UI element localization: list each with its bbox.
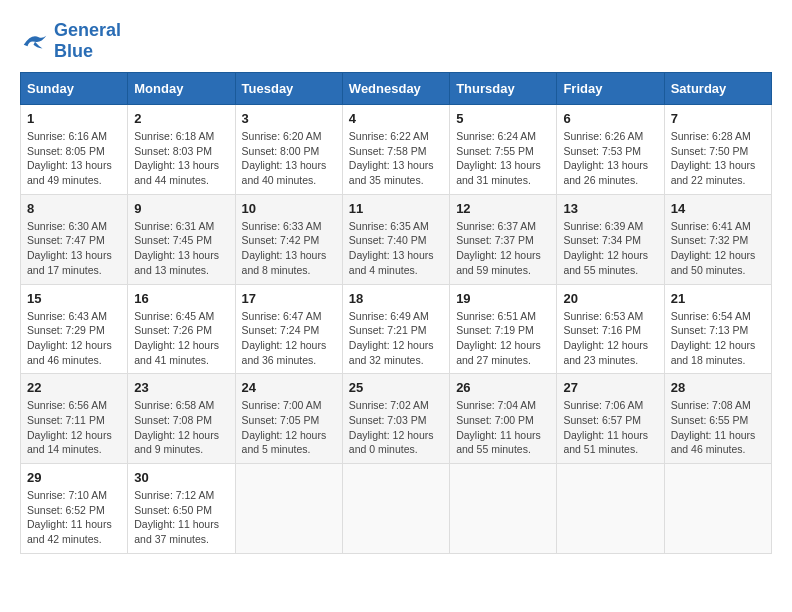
day-number: 12 xyxy=(456,201,550,216)
day-number: 15 xyxy=(27,291,121,306)
calendar-cell: 21Sunrise: 6:54 AMSunset: 7:13 PMDayligh… xyxy=(664,284,771,374)
logo-icon xyxy=(20,29,50,53)
calendar-cell: 2Sunrise: 6:18 AMSunset: 8:03 PMDaylight… xyxy=(128,105,235,195)
calendar-cell: 10Sunrise: 6:33 AMSunset: 7:42 PMDayligh… xyxy=(235,194,342,284)
calendar-cell: 26Sunrise: 7:04 AMSunset: 7:00 PMDayligh… xyxy=(450,374,557,464)
day-info: Sunrise: 6:16 AMSunset: 8:05 PMDaylight:… xyxy=(27,129,121,188)
day-number: 1 xyxy=(27,111,121,126)
day-info: Sunrise: 6:26 AMSunset: 7:53 PMDaylight:… xyxy=(563,129,657,188)
calendar-week-4: 22Sunrise: 6:56 AMSunset: 7:11 PMDayligh… xyxy=(21,374,772,464)
day-info: Sunrise: 6:31 AMSunset: 7:45 PMDaylight:… xyxy=(134,219,228,278)
day-number: 11 xyxy=(349,201,443,216)
day-number: 21 xyxy=(671,291,765,306)
day-number: 8 xyxy=(27,201,121,216)
day-info: Sunrise: 6:53 AMSunset: 7:16 PMDaylight:… xyxy=(563,309,657,368)
day-info: Sunrise: 6:51 AMSunset: 7:19 PMDaylight:… xyxy=(456,309,550,368)
day-info: Sunrise: 7:10 AMSunset: 6:52 PMDaylight:… xyxy=(27,488,121,547)
logo: GeneralBlue xyxy=(20,20,121,62)
day-number: 3 xyxy=(242,111,336,126)
calendar-cell xyxy=(664,464,771,554)
calendar-cell: 13Sunrise: 6:39 AMSunset: 7:34 PMDayligh… xyxy=(557,194,664,284)
day-number: 20 xyxy=(563,291,657,306)
calendar-cell: 25Sunrise: 7:02 AMSunset: 7:03 PMDayligh… xyxy=(342,374,449,464)
day-info: Sunrise: 6:20 AMSunset: 8:00 PMDaylight:… xyxy=(242,129,336,188)
day-number: 18 xyxy=(349,291,443,306)
day-number: 5 xyxy=(456,111,550,126)
day-number: 30 xyxy=(134,470,228,485)
calendar-cell: 1Sunrise: 6:16 AMSunset: 8:05 PMDaylight… xyxy=(21,105,128,195)
day-info: Sunrise: 7:02 AMSunset: 7:03 PMDaylight:… xyxy=(349,398,443,457)
day-number: 26 xyxy=(456,380,550,395)
day-info: Sunrise: 6:28 AMSunset: 7:50 PMDaylight:… xyxy=(671,129,765,188)
day-info: Sunrise: 7:12 AMSunset: 6:50 PMDaylight:… xyxy=(134,488,228,547)
day-number: 17 xyxy=(242,291,336,306)
col-header-wednesday: Wednesday xyxy=(342,73,449,105)
day-number: 7 xyxy=(671,111,765,126)
day-info: Sunrise: 7:00 AMSunset: 7:05 PMDaylight:… xyxy=(242,398,336,457)
calendar-cell: 22Sunrise: 6:56 AMSunset: 7:11 PMDayligh… xyxy=(21,374,128,464)
calendar-cell: 9Sunrise: 6:31 AMSunset: 7:45 PMDaylight… xyxy=(128,194,235,284)
day-info: Sunrise: 6:37 AMSunset: 7:37 PMDaylight:… xyxy=(456,219,550,278)
day-info: Sunrise: 6:41 AMSunset: 7:32 PMDaylight:… xyxy=(671,219,765,278)
day-number: 22 xyxy=(27,380,121,395)
calendar-week-1: 1Sunrise: 6:16 AMSunset: 8:05 PMDaylight… xyxy=(21,105,772,195)
calendar-cell: 18Sunrise: 6:49 AMSunset: 7:21 PMDayligh… xyxy=(342,284,449,374)
day-number: 27 xyxy=(563,380,657,395)
calendar-cell: 30Sunrise: 7:12 AMSunset: 6:50 PMDayligh… xyxy=(128,464,235,554)
calendar-cell: 7Sunrise: 6:28 AMSunset: 7:50 PMDaylight… xyxy=(664,105,771,195)
calendar-header-row: SundayMondayTuesdayWednesdayThursdayFrid… xyxy=(21,73,772,105)
calendar-cell: 14Sunrise: 6:41 AMSunset: 7:32 PMDayligh… xyxy=(664,194,771,284)
calendar-cell: 23Sunrise: 6:58 AMSunset: 7:08 PMDayligh… xyxy=(128,374,235,464)
calendar-cell: 3Sunrise: 6:20 AMSunset: 8:00 PMDaylight… xyxy=(235,105,342,195)
calendar-cell: 27Sunrise: 7:06 AMSunset: 6:57 PMDayligh… xyxy=(557,374,664,464)
calendar-cell xyxy=(557,464,664,554)
day-info: Sunrise: 7:08 AMSunset: 6:55 PMDaylight:… xyxy=(671,398,765,457)
calendar-cell: 17Sunrise: 6:47 AMSunset: 7:24 PMDayligh… xyxy=(235,284,342,374)
calendar-cell xyxy=(235,464,342,554)
col-header-monday: Monday xyxy=(128,73,235,105)
calendar-cell: 5Sunrise: 6:24 AMSunset: 7:55 PMDaylight… xyxy=(450,105,557,195)
day-info: Sunrise: 7:06 AMSunset: 6:57 PMDaylight:… xyxy=(563,398,657,457)
calendar-cell: 24Sunrise: 7:00 AMSunset: 7:05 PMDayligh… xyxy=(235,374,342,464)
calendar-table: SundayMondayTuesdayWednesdayThursdayFrid… xyxy=(20,72,772,554)
day-info: Sunrise: 7:04 AMSunset: 7:00 PMDaylight:… xyxy=(456,398,550,457)
calendar-cell: 4Sunrise: 6:22 AMSunset: 7:58 PMDaylight… xyxy=(342,105,449,195)
day-number: 4 xyxy=(349,111,443,126)
calendar-cell: 28Sunrise: 7:08 AMSunset: 6:55 PMDayligh… xyxy=(664,374,771,464)
calendar-cell xyxy=(342,464,449,554)
day-number: 19 xyxy=(456,291,550,306)
calendar-cell: 12Sunrise: 6:37 AMSunset: 7:37 PMDayligh… xyxy=(450,194,557,284)
logo-text: GeneralBlue xyxy=(54,20,121,62)
calendar-cell: 29Sunrise: 7:10 AMSunset: 6:52 PMDayligh… xyxy=(21,464,128,554)
day-info: Sunrise: 6:33 AMSunset: 7:42 PMDaylight:… xyxy=(242,219,336,278)
calendar-cell: 20Sunrise: 6:53 AMSunset: 7:16 PMDayligh… xyxy=(557,284,664,374)
col-header-saturday: Saturday xyxy=(664,73,771,105)
day-info: Sunrise: 6:58 AMSunset: 7:08 PMDaylight:… xyxy=(134,398,228,457)
day-info: Sunrise: 6:45 AMSunset: 7:26 PMDaylight:… xyxy=(134,309,228,368)
col-header-sunday: Sunday xyxy=(21,73,128,105)
day-info: Sunrise: 6:49 AMSunset: 7:21 PMDaylight:… xyxy=(349,309,443,368)
day-number: 25 xyxy=(349,380,443,395)
calendar-cell: 11Sunrise: 6:35 AMSunset: 7:40 PMDayligh… xyxy=(342,194,449,284)
day-number: 2 xyxy=(134,111,228,126)
calendar-cell: 19Sunrise: 6:51 AMSunset: 7:19 PMDayligh… xyxy=(450,284,557,374)
day-info: Sunrise: 6:22 AMSunset: 7:58 PMDaylight:… xyxy=(349,129,443,188)
day-number: 23 xyxy=(134,380,228,395)
day-info: Sunrise: 6:39 AMSunset: 7:34 PMDaylight:… xyxy=(563,219,657,278)
day-number: 16 xyxy=(134,291,228,306)
col-header-friday: Friday xyxy=(557,73,664,105)
day-info: Sunrise: 6:35 AMSunset: 7:40 PMDaylight:… xyxy=(349,219,443,278)
day-number: 6 xyxy=(563,111,657,126)
day-number: 28 xyxy=(671,380,765,395)
calendar-week-3: 15Sunrise: 6:43 AMSunset: 7:29 PMDayligh… xyxy=(21,284,772,374)
calendar-cell: 16Sunrise: 6:45 AMSunset: 7:26 PMDayligh… xyxy=(128,284,235,374)
col-header-tuesday: Tuesday xyxy=(235,73,342,105)
day-info: Sunrise: 6:24 AMSunset: 7:55 PMDaylight:… xyxy=(456,129,550,188)
calendar-week-2: 8Sunrise: 6:30 AMSunset: 7:47 PMDaylight… xyxy=(21,194,772,284)
day-number: 14 xyxy=(671,201,765,216)
calendar-cell: 8Sunrise: 6:30 AMSunset: 7:47 PMDaylight… xyxy=(21,194,128,284)
day-info: Sunrise: 6:56 AMSunset: 7:11 PMDaylight:… xyxy=(27,398,121,457)
day-info: Sunrise: 6:30 AMSunset: 7:47 PMDaylight:… xyxy=(27,219,121,278)
page-header: GeneralBlue xyxy=(20,20,772,62)
day-number: 24 xyxy=(242,380,336,395)
